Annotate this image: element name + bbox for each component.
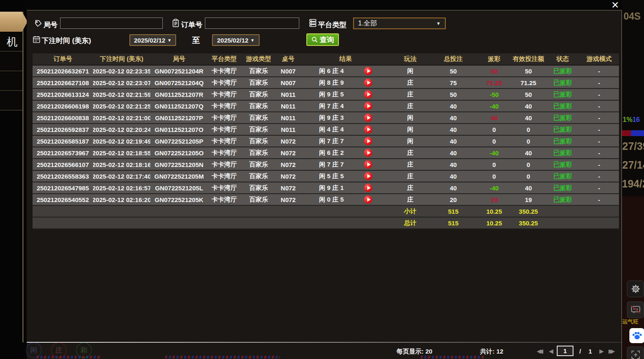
fullscreen-button[interactable] bbox=[627, 346, 644, 359]
cell-status: 已派彩 bbox=[546, 77, 579, 88]
page-number-input[interactable]: 1 bbox=[557, 346, 573, 356]
cell-tableNo: N072 bbox=[277, 194, 300, 205]
cell-play: 庄 bbox=[391, 171, 429, 182]
spacer bbox=[579, 206, 619, 217]
query-button[interactable]: 查询 bbox=[306, 33, 339, 46]
platform-type-label: 平台类型 bbox=[318, 20, 346, 30]
cell-platform: 卡卡湾厅 bbox=[208, 112, 240, 123]
replay-video-icon[interactable] bbox=[364, 184, 372, 192]
cell-total: 20 bbox=[429, 194, 477, 205]
cell-payout: -50 bbox=[477, 89, 511, 100]
cell-round: GN0112521207Q bbox=[150, 101, 208, 111]
first-page-button[interactable]: ◀◀ bbox=[537, 348, 541, 354]
order-number-input[interactable] bbox=[205, 18, 299, 29]
replay-video-icon[interactable] bbox=[364, 78, 372, 87]
cell-valid: 40 bbox=[511, 147, 546, 158]
player-bet-spot: 闲 bbox=[26, 342, 42, 358]
cell-play: 闲 bbox=[391, 124, 429, 135]
cell-play: 庄 bbox=[391, 159, 429, 170]
column-header: 总投注 bbox=[429, 53, 477, 65]
valid-bet-sum: 350.25 bbox=[511, 206, 546, 217]
chevron-down-icon: ▼ bbox=[167, 38, 172, 43]
chevron-down-icon: ▼ bbox=[250, 38, 255, 43]
cell-valid: 0 bbox=[511, 171, 546, 182]
replay-video-icon[interactable] bbox=[364, 114, 372, 122]
column-header: 玩法 bbox=[391, 53, 429, 65]
stat-fragment: 27/39 bbox=[622, 140, 644, 152]
cell-payout: 50 bbox=[477, 66, 511, 76]
bet-time-label: 下注时间 (美东) bbox=[42, 36, 91, 46]
cell-order: 250212026585187 bbox=[33, 136, 93, 147]
table-row: 2502120265405522025-02-12 02:16:20GN0722… bbox=[33, 194, 619, 206]
last-page-button[interactable]: ▶▶ bbox=[609, 348, 613, 354]
pagination-bar: 每页显示: 20 共计: 12 ◀◀ ◀ 1 / 1 ▶ ▶▶ bbox=[27, 342, 622, 359]
cell-game: 百家乐 bbox=[240, 124, 277, 135]
subtotal-row: 小计51510.25350.25 bbox=[33, 206, 619, 217]
sidebar-tab[interactable] bbox=[0, 92, 23, 111]
close-icon[interactable]: ✕ bbox=[609, 0, 622, 11]
cell-platform: 卡卡湾厅 bbox=[208, 66, 240, 76]
replay-video-icon[interactable] bbox=[364, 160, 372, 169]
total-count-label: 共计: 12 bbox=[480, 348, 503, 356]
platform-type-select[interactable]: 1.全部 ▼ bbox=[353, 18, 446, 29]
spacer bbox=[33, 206, 391, 217]
date-to-button[interactable]: 2025/02/12 ▼ bbox=[212, 34, 260, 46]
replay-video-icon[interactable] bbox=[364, 102, 372, 110]
cell-play: 闲 bbox=[391, 66, 429, 76]
banker-bet-spot: 庄 bbox=[51, 342, 67, 358]
cell-valid: 50 bbox=[511, 89, 546, 100]
platform-type-value: 1.全部 bbox=[358, 19, 377, 28]
cell-platform: 卡卡湾厅 bbox=[208, 101, 240, 111]
replay-video-icon[interactable] bbox=[364, 149, 372, 157]
payout-sum: 10.25 bbox=[477, 217, 511, 228]
cell-result: 闲 7 庄 7 bbox=[300, 159, 391, 170]
cell-game: 百家乐 bbox=[240, 66, 277, 76]
spacer bbox=[579, 217, 619, 228]
cell-order: 250212026573967 bbox=[33, 147, 93, 158]
cell-platform: 卡卡湾厅 bbox=[208, 182, 240, 193]
replay-video-icon[interactable] bbox=[364, 67, 372, 75]
cell-order: 250212026613124 bbox=[33, 89, 93, 100]
cell-mode: - bbox=[579, 66, 619, 76]
table-row: 2502120265928372025-02-12 02:20:24GN0112… bbox=[33, 124, 619, 136]
cell-tableNo: N072 bbox=[277, 171, 300, 182]
sidebar-tab-machine[interactable]: 机 bbox=[0, 33, 23, 52]
cell-play: 庄 bbox=[391, 194, 429, 205]
result-text: 闲 9 庄 5 bbox=[319, 91, 343, 99]
cell-status: 已派彩 bbox=[546, 136, 579, 147]
cell-tableNo: N011 bbox=[277, 112, 300, 123]
table-row: 2502120266271082025-02-12 02:23:07GN0072… bbox=[33, 77, 619, 89]
cell-result: 闲 9 庄 5 bbox=[300, 89, 391, 100]
spacer bbox=[546, 217, 579, 228]
cell-game: 百家乐 bbox=[240, 159, 277, 170]
cell-total: 40 bbox=[429, 112, 477, 123]
chat-mute-button[interactable] bbox=[627, 301, 644, 318]
sidebar-tab[interactable] bbox=[0, 53, 23, 71]
cell-round: GN0722521205P bbox=[150, 136, 208, 147]
replay-video-icon[interactable] bbox=[364, 137, 372, 145]
cell-order: 250212026592837 bbox=[33, 124, 93, 135]
prev-page-button[interactable]: ◀ bbox=[549, 348, 553, 354]
cell-time: 2025-02-12 02:16:57 bbox=[93, 182, 150, 193]
cell-tableNo: N072 bbox=[277, 147, 300, 158]
replay-video-icon[interactable] bbox=[364, 172, 372, 180]
cell-order: 250212026566107 bbox=[33, 159, 93, 170]
sidebar-tab-active[interactable] bbox=[0, 12, 28, 32]
replay-video-icon[interactable] bbox=[364, 195, 372, 204]
replay-video-icon[interactable] bbox=[364, 125, 372, 134]
pet-button[interactable] bbox=[629, 328, 644, 343]
cell-payout: 0 bbox=[477, 159, 511, 170]
stat-fragment: 27/14 bbox=[622, 159, 644, 171]
settings-button[interactable] bbox=[627, 281, 644, 297]
replay-video-icon[interactable] bbox=[364, 90, 372, 99]
round-number-input[interactable] bbox=[60, 18, 163, 29]
stat-fragment: 194/2 bbox=[622, 178, 644, 190]
cell-status: 已派彩 bbox=[546, 194, 579, 205]
cell-play: 庄 bbox=[391, 147, 429, 158]
cell-game: 百家乐 bbox=[240, 77, 277, 88]
date-from-button[interactable]: 2025/02/12 ▼ bbox=[129, 34, 176, 46]
sidebar-tab[interactable] bbox=[0, 72, 23, 91]
result-text: 闲 7 庄 7 bbox=[319, 161, 343, 169]
result-text: 闲 6 庄 2 bbox=[319, 149, 343, 157]
next-page-button[interactable]: ▶ bbox=[599, 348, 604, 354]
